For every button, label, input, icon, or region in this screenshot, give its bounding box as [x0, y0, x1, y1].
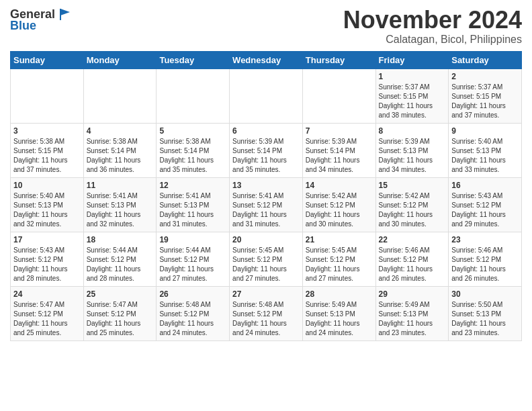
calendar-cell: 18Sunrise: 5:44 AM Sunset: 5:12 PM Dayli… — [83, 232, 157, 286]
day-info: Sunrise: 5:38 AM Sunset: 5:14 PM Dayligh… — [87, 137, 154, 175]
col-header-monday: Monday — [83, 51, 157, 68]
day-number: 3 — [13, 126, 81, 136]
day-info: Sunrise: 5:40 AM Sunset: 5:13 PM Dayligh… — [13, 191, 81, 229]
day-number: 10 — [13, 181, 81, 190]
day-number: 19 — [159, 235, 226, 244]
day-number: 20 — [232, 235, 300, 244]
day-number: 18 — [87, 235, 154, 244]
calendar-cell: 4Sunrise: 5:38 AM Sunset: 5:14 PM Daylig… — [83, 123, 157, 177]
calendar-week-row: 17Sunrise: 5:43 AM Sunset: 5:12 PM Dayli… — [11, 232, 522, 286]
day-info: Sunrise: 5:37 AM Sunset: 5:15 PM Dayligh… — [451, 83, 519, 120]
col-header-thursday: Thursday — [302, 51, 375, 68]
day-info: Sunrise: 5:42 AM Sunset: 5:12 PM Dayligh… — [379, 191, 446, 229]
calendar-cell: 8Sunrise: 5:39 AM Sunset: 5:13 PM Daylig… — [375, 123, 449, 177]
calendar-week-row: 24Sunrise: 5:47 AM Sunset: 5:12 PM Dayli… — [11, 286, 522, 340]
calendar-header-row: SundayMondayTuesdayWednesdayThursdayFrid… — [11, 51, 522, 68]
calendar-cell: 5Sunrise: 5:38 AM Sunset: 5:14 PM Daylig… — [157, 123, 230, 177]
calendar-cell: 22Sunrise: 5:46 AM Sunset: 5:12 PM Dayli… — [375, 232, 449, 286]
calendar-cell: 14Sunrise: 5:42 AM Sunset: 5:12 PM Dayli… — [302, 177, 375, 232]
logo: General Blue — [10, 7, 71, 33]
calendar-cell: 30Sunrise: 5:50 AM Sunset: 5:13 PM Dayli… — [449, 286, 522, 340]
calendar-week-row: 1Sunrise: 5:37 AM Sunset: 5:15 PM Daylig… — [11, 68, 522, 123]
calendar-cell: 20Sunrise: 5:45 AM Sunset: 5:12 PM Dayli… — [230, 232, 303, 286]
calendar-cell: 16Sunrise: 5:43 AM Sunset: 5:12 PM Dayli… — [449, 177, 522, 232]
day-info: Sunrise: 5:43 AM Sunset: 5:12 PM Dayligh… — [451, 191, 519, 229]
day-number: 5 — [159, 126, 226, 136]
day-info: Sunrise: 5:39 AM Sunset: 5:13 PM Dayligh… — [379, 137, 446, 175]
day-info: Sunrise: 5:50 AM Sunset: 5:13 PM Dayligh… — [451, 300, 519, 338]
day-info: Sunrise: 5:39 AM Sunset: 5:14 PM Dayligh… — [232, 137, 300, 175]
calendar-cell — [11, 68, 84, 123]
svg-marker-0 — [60, 9, 70, 15]
day-number: 22 — [379, 235, 446, 244]
calendar-table: SundayMondayTuesdayWednesdayThursdayFrid… — [10, 51, 522, 341]
calendar-cell: 15Sunrise: 5:42 AM Sunset: 5:12 PM Dayli… — [375, 177, 449, 232]
calendar-cell: 19Sunrise: 5:44 AM Sunset: 5:12 PM Dayli… — [157, 232, 230, 286]
day-number: 13 — [232, 181, 300, 190]
day-number: 25 — [87, 289, 154, 299]
calendar-cell: 7Sunrise: 5:39 AM Sunset: 5:14 PM Daylig… — [302, 123, 375, 177]
day-info: Sunrise: 5:45 AM Sunset: 5:12 PM Dayligh… — [232, 246, 300, 283]
day-number: 7 — [306, 126, 373, 136]
calendar-cell: 24Sunrise: 5:47 AM Sunset: 5:12 PM Dayli… — [11, 286, 84, 340]
day-info: Sunrise: 5:44 AM Sunset: 5:12 PM Dayligh… — [159, 246, 226, 283]
col-header-saturday: Saturday — [449, 51, 522, 68]
day-info: Sunrise: 5:49 AM Sunset: 5:13 PM Dayligh… — [379, 300, 446, 338]
day-number: 17 — [13, 235, 81, 244]
day-info: Sunrise: 5:41 AM Sunset: 5:13 PM Dayligh… — [159, 191, 226, 229]
day-info: Sunrise: 5:40 AM Sunset: 5:13 PM Dayligh… — [451, 137, 519, 175]
day-number: 29 — [379, 289, 446, 299]
day-info: Sunrise: 5:37 AM Sunset: 5:15 PM Dayligh… — [379, 83, 446, 120]
day-number: 24 — [13, 289, 81, 299]
day-number: 1 — [379, 72, 446, 81]
calendar-cell: 25Sunrise: 5:47 AM Sunset: 5:12 PM Dayli… — [83, 286, 157, 340]
day-info: Sunrise: 5:38 AM Sunset: 5:14 PM Dayligh… — [159, 137, 226, 175]
day-info: Sunrise: 5:47 AM Sunset: 5:12 PM Dayligh… — [87, 300, 154, 338]
day-info: Sunrise: 5:46 AM Sunset: 5:12 PM Dayligh… — [451, 246, 519, 283]
day-info: Sunrise: 5:46 AM Sunset: 5:12 PM Dayligh… — [379, 246, 446, 283]
day-number: 16 — [451, 181, 519, 190]
calendar-cell: 29Sunrise: 5:49 AM Sunset: 5:13 PM Dayli… — [375, 286, 449, 340]
calendar-cell: 13Sunrise: 5:41 AM Sunset: 5:12 PM Dayli… — [230, 177, 303, 232]
day-number: 11 — [87, 181, 154, 190]
calendar-cell: 9Sunrise: 5:40 AM Sunset: 5:13 PM Daylig… — [449, 123, 522, 177]
day-number: 26 — [159, 289, 226, 299]
month-title: November 2024 — [343, 7, 522, 34]
day-info: Sunrise: 5:49 AM Sunset: 5:13 PM Dayligh… — [306, 300, 373, 338]
day-number: 9 — [451, 126, 519, 136]
calendar-cell: 12Sunrise: 5:41 AM Sunset: 5:13 PM Dayli… — [157, 177, 230, 232]
day-info: Sunrise: 5:41 AM Sunset: 5:12 PM Dayligh… — [232, 191, 300, 229]
day-number: 14 — [306, 181, 373, 190]
day-number: 30 — [451, 289, 519, 299]
calendar-cell: 17Sunrise: 5:43 AM Sunset: 5:12 PM Dayli… — [11, 232, 84, 286]
header: General Blue November 2024 Calatagan, Bi… — [10, 7, 522, 46]
day-info: Sunrise: 5:43 AM Sunset: 5:12 PM Dayligh… — [13, 246, 81, 283]
day-info: Sunrise: 5:41 AM Sunset: 5:13 PM Dayligh… — [87, 191, 154, 229]
day-number: 4 — [87, 126, 154, 136]
day-info: Sunrise: 5:42 AM Sunset: 5:12 PM Dayligh… — [306, 191, 373, 229]
day-number: 2 — [451, 72, 519, 81]
calendar-week-row: 10Sunrise: 5:40 AM Sunset: 5:13 PM Dayli… — [11, 177, 522, 232]
day-info: Sunrise: 5:45 AM Sunset: 5:12 PM Dayligh… — [306, 246, 373, 283]
calendar-cell: 26Sunrise: 5:48 AM Sunset: 5:12 PM Dayli… — [157, 286, 230, 340]
calendar-cell: 21Sunrise: 5:45 AM Sunset: 5:12 PM Dayli… — [302, 232, 375, 286]
title-block: November 2024 Calatagan, Bicol, Philippi… — [343, 7, 522, 46]
calendar-cell: 10Sunrise: 5:40 AM Sunset: 5:13 PM Dayli… — [11, 177, 84, 232]
calendar-week-row: 3Sunrise: 5:38 AM Sunset: 5:15 PM Daylig… — [11, 123, 522, 177]
day-number: 15 — [379, 181, 446, 190]
page-container: General Blue November 2024 Calatagan, Bi… — [0, 0, 532, 348]
day-number: 6 — [232, 126, 300, 136]
logo-flag-icon — [56, 7, 71, 21]
col-header-tuesday: Tuesday — [157, 51, 230, 68]
day-info: Sunrise: 5:47 AM Sunset: 5:12 PM Dayligh… — [13, 300, 81, 338]
day-number: 27 — [232, 289, 300, 299]
calendar-cell: 3Sunrise: 5:38 AM Sunset: 5:15 PM Daylig… — [11, 123, 84, 177]
calendar-cell — [230, 68, 303, 123]
calendar-cell: 6Sunrise: 5:39 AM Sunset: 5:14 PM Daylig… — [230, 123, 303, 177]
day-number: 23 — [451, 235, 519, 244]
day-number: 21 — [306, 235, 373, 244]
day-info: Sunrise: 5:48 AM Sunset: 5:12 PM Dayligh… — [232, 300, 300, 338]
calendar-cell — [83, 68, 157, 123]
calendar-cell: 11Sunrise: 5:41 AM Sunset: 5:13 PM Dayli… — [83, 177, 157, 232]
day-info: Sunrise: 5:48 AM Sunset: 5:12 PM Dayligh… — [159, 300, 226, 338]
